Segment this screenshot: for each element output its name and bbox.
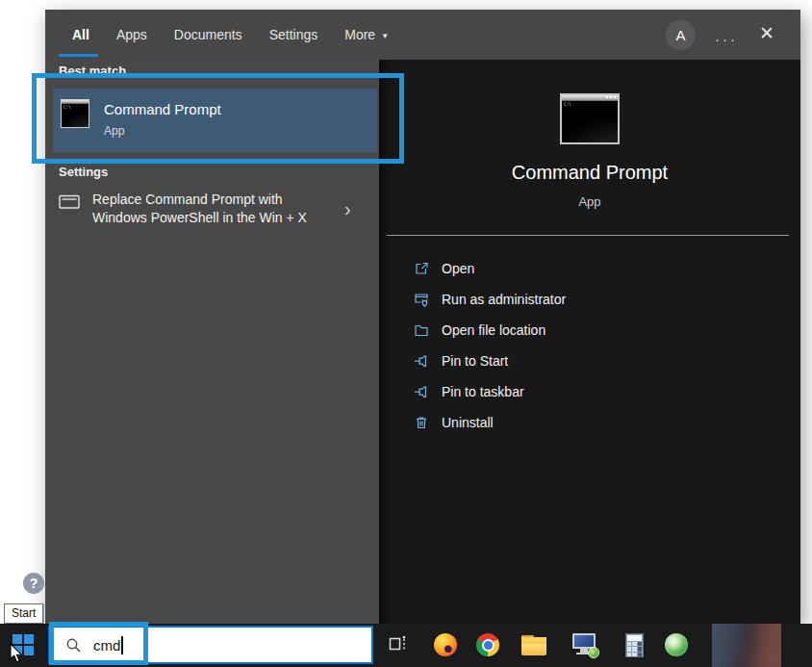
run-as-admin-icon (414, 292, 429, 307)
tab-settings[interactable]: Settings (269, 27, 318, 42)
calculator-display (627, 635, 642, 641)
uninstall-icon (414, 415, 429, 430)
preview-type: App (379, 194, 800, 209)
tab-more[interactable]: More▼ (344, 27, 389, 42)
action-label: Open (442, 261, 474, 276)
settings-result-label: Replace Command Prompt with Windows Powe… (92, 191, 307, 227)
cmd-icon-body: C:\ (562, 101, 618, 142)
window-icon (59, 194, 80, 210)
action-label: Pin to taskbar (442, 384, 524, 399)
photo-thumbnail-icon[interactable] (712, 624, 781, 667)
annotation-box-search (49, 622, 148, 665)
pin-icon (414, 384, 429, 399)
help-icon[interactable]: ? (23, 573, 44, 594)
close-icon[interactable]: ✕ (759, 24, 774, 43)
firefox-icon[interactable] (434, 633, 457, 656)
mouse-cursor (10, 643, 24, 664)
calculator-keys (627, 642, 642, 656)
options-ellipsis-icon[interactable]: ··· (715, 31, 738, 47)
annotation-box-best-match (32, 73, 404, 164)
action-open-file-location[interactable]: Open file location (379, 315, 800, 346)
user-avatar[interactable]: A (666, 20, 696, 50)
settings-section-header: Settings (59, 165, 108, 179)
chevron-right-icon: › (344, 199, 351, 218)
search-filter-header: All Apps Documents Settings More▼ A ··· … (45, 10, 800, 60)
remote-desktop-icon[interactable] (572, 633, 597, 657)
command-prompt-icon-large: C:\ (560, 93, 620, 144)
action-label: Open file location (442, 322, 546, 338)
cmd-icon-window-buttons (606, 96, 616, 98)
start-tooltip: Start (4, 603, 43, 624)
action-label: Run as administrator (442, 292, 566, 307)
action-run-as-administrator[interactable]: Run as administrator (379, 284, 800, 315)
action-list: Open Run as administrator Open file loca… (379, 253, 800, 438)
settings-result-line1: Replace Command Prompt with (92, 191, 307, 209)
preview-title: Command Prompt (379, 162, 800, 184)
result-preview-pane: C:\ Command Prompt App Open Run as admin… (379, 60, 800, 624)
action-pin-to-start[interactable]: Pin to Start (379, 346, 800, 376)
status-badge (588, 647, 599, 658)
file-location-icon (414, 322, 429, 338)
chrome-icon[interactable] (476, 633, 499, 656)
action-label: Uninstall (442, 415, 494, 430)
file-explorer-icon[interactable] (521, 635, 546, 655)
pin-icon (414, 353, 429, 369)
tab-apps[interactable]: Apps (116, 27, 147, 42)
tab-documents[interactable]: Documents (174, 27, 242, 42)
action-open[interactable]: Open (379, 253, 800, 284)
active-tab-indicator (59, 54, 98, 57)
folder-front (521, 644, 546, 655)
task-view-icon[interactable] (388, 634, 408, 654)
filter-tabs: All Apps Documents Settings More▼ (72, 10, 389, 60)
chevron-down-icon: ▼ (381, 32, 389, 40)
settings-result-line2: Windows PowerShell in the Win + X (92, 209, 307, 227)
tab-all[interactable]: All (72, 27, 89, 42)
tab-more-label: More (344, 27, 375, 42)
open-icon (414, 261, 429, 276)
divider (387, 235, 789, 236)
vpn-globe-icon[interactable] (665, 633, 688, 656)
action-uninstall[interactable]: Uninstall (379, 407, 800, 438)
action-label: Pin to Start (442, 353, 508, 369)
settings-result-replace-cmd[interactable]: Replace Command Prompt with Windows Powe… (53, 187, 377, 241)
cmd-icon-prompt-text: C:\ (564, 102, 571, 107)
action-pin-to-taskbar[interactable]: Pin to taskbar (379, 376, 800, 407)
calculator-icon[interactable] (625, 633, 644, 657)
